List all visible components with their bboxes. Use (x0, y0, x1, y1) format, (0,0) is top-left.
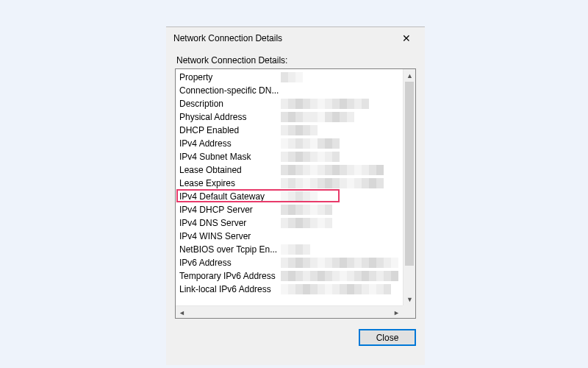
property-label: Lease Expires (178, 177, 281, 190)
property-label: IPv4 Default Gateway (178, 190, 281, 203)
property-value-redacted (281, 269, 403, 283)
list-content: PropertyConnection-specific DN...Descrip… (176, 69, 403, 305)
table-row[interactable]: Temporary IPv6 Address (178, 269, 403, 283)
table-row[interactable]: Lease Obtained (178, 163, 403, 177)
property-label: Physical Address (178, 110, 281, 124)
property-label: NetBIOS over Tcpip En... (178, 243, 281, 256)
property-value-redacted (281, 163, 403, 177)
property-value-redacted (281, 150, 403, 163)
table-row[interactable]: Link-local IPv6 Address (178, 283, 403, 296)
property-value-redacted (281, 283, 403, 296)
property-value-redacted (281, 177, 403, 190)
property-value-redacted (281, 190, 403, 203)
property-label: IPv4 DNS Server (178, 216, 281, 230)
property-label: DHCP Enabled (178, 124, 281, 137)
property-value-redacted (281, 84, 403, 97)
property-value-redacted (281, 243, 403, 256)
property-label: IPv4 Address (178, 137, 281, 150)
property-value-redacted (281, 71, 403, 84)
scroll-down-icon[interactable]: ▼ (404, 293, 416, 305)
table-row[interactable]: Physical Address (178, 110, 403, 124)
horizontal-scrollbar[interactable]: ◄ ► (176, 305, 403, 318)
table-row[interactable]: Property (178, 71, 403, 84)
close-button[interactable]: Close (359, 329, 416, 346)
scroll-left-icon[interactable]: ◄ (176, 306, 188, 319)
scroll-right-icon[interactable]: ► (390, 306, 403, 319)
table-row[interactable]: IPv4 Address (178, 137, 403, 150)
table-row[interactable]: Connection-specific DN... (178, 84, 403, 97)
titlebar: Network Connection Details ✕ (166, 27, 425, 49)
table-row[interactable]: IPv4 Default Gateway (178, 190, 403, 203)
section-label: Network Connection Details: (166, 49, 425, 68)
table-row[interactable]: Description (178, 97, 403, 110)
button-row: Close (166, 319, 425, 353)
vertical-scroll-track[interactable] (404, 82, 415, 293)
details-listbox[interactable]: PropertyConnection-specific DN...Descrip… (175, 68, 416, 319)
property-label: Connection-specific DN... (178, 84, 281, 97)
table-row[interactable]: IPv6 Address (178, 256, 403, 269)
table-row[interactable]: DHCP Enabled (178, 124, 403, 137)
property-label: IPv4 Subnet Mask (178, 150, 281, 163)
property-label: Description (178, 97, 281, 110)
property-value-redacted (281, 124, 403, 137)
table-row[interactable]: IPv4 Subnet Mask (178, 150, 403, 163)
vertical-scrollbar[interactable]: ▲ ▼ (403, 69, 415, 305)
property-value-redacted (281, 97, 403, 110)
scroll-corner (403, 305, 415, 318)
network-connection-details-dialog: Network Connection Details ✕ Network Con… (166, 26, 425, 365)
dialog-title: Network Connection Details (173, 33, 392, 43)
vertical-scroll-thumb[interactable] (405, 82, 414, 266)
scroll-up-icon[interactable]: ▲ (404, 69, 416, 82)
table-row[interactable]: Lease Expires (178, 177, 403, 190)
property-label: IPv6 Address (178, 256, 281, 269)
property-value-redacted (281, 203, 403, 216)
property-value-redacted (281, 137, 403, 150)
property-value-redacted (281, 230, 403, 243)
property-label: Lease Obtained (178, 163, 281, 177)
property-label: Temporary IPv6 Address (178, 269, 281, 283)
property-label: IPv4 WINS Server (178, 230, 281, 243)
property-label: Link-local IPv6 Address (178, 283, 281, 296)
close-icon[interactable]: ✕ (392, 28, 420, 49)
property-label: IPv4 DHCP Server (178, 203, 281, 216)
property-label: Property (178, 71, 281, 84)
table-row[interactable]: IPv4 DNS Server (178, 216, 403, 230)
table-row[interactable]: IPv4 DHCP Server (178, 203, 403, 216)
table-row[interactable]: IPv4 WINS Server (178, 230, 403, 243)
table-row[interactable]: NetBIOS over Tcpip En... (178, 243, 403, 256)
property-value-redacted (281, 216, 403, 230)
property-value-redacted (281, 256, 403, 269)
property-value-redacted (281, 110, 403, 124)
